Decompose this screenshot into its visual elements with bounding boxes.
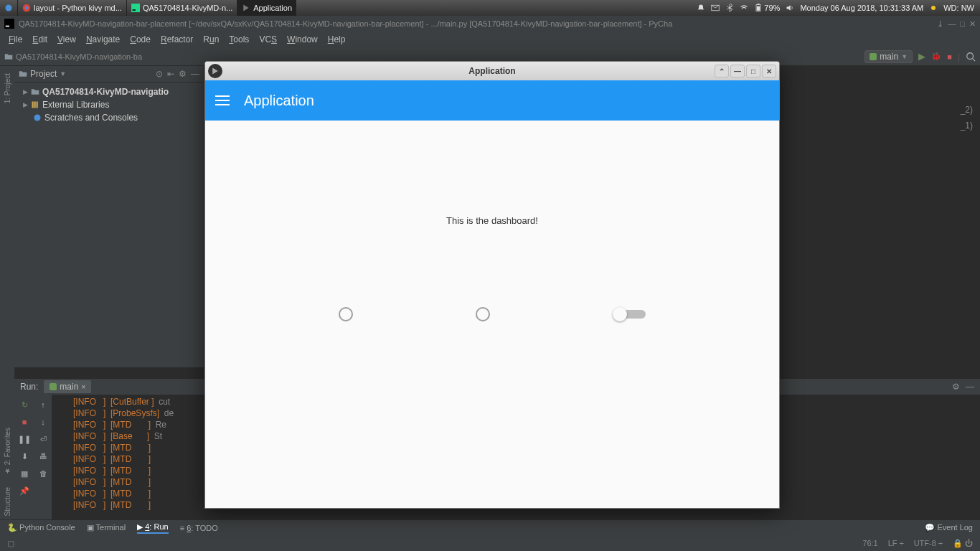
tool-python-console[interactable]: 🐍 Python Console <box>7 523 75 532</box>
kivy-minimize-icon[interactable]: — <box>730 65 745 77</box>
chevron-down-icon: ▼ <box>901 53 908 60</box>
scroll-to-source-icon[interactable]: ⊙ <box>156 69 163 79</box>
svg-point-0 <box>6 5 12 11</box>
kivy-toolbar: Application <box>205 80 779 121</box>
menu-tools[interactable]: Tools <box>225 33 253 46</box>
up-button[interactable]: ↑ <box>37 399 49 410</box>
status-caret-pos[interactable]: 76:1 <box>862 539 877 548</box>
hide-icon[interactable]: — <box>966 382 974 392</box>
status-line-ending[interactable]: LF ÷ <box>888 539 904 548</box>
layout-button[interactable]: ▦ <box>19 468 30 479</box>
run-tab-main[interactable]: main × <box>44 380 91 393</box>
tool-event-log[interactable]: 💬 Event Log <box>925 523 973 532</box>
bluetooth-icon[interactable] <box>725 4 734 12</box>
run-config-selector[interactable]: main ▼ <box>864 50 913 63</box>
radio-button-1[interactable] <box>339 307 353 321</box>
python-icon <box>50 383 57 390</box>
svg-rect-7 <box>757 6 760 11</box>
gear-icon[interactable]: ⚙ <box>952 382 960 392</box>
project-tool-window: Project ▼ ⊙ ⇤ ⚙ — ▶ QA51704814-KivyMD-na… <box>14 66 204 367</box>
svg-rect-8 <box>758 4 760 5</box>
print-button[interactable]: 🖶 <box>37 451 49 462</box>
chevron-down-icon[interactable]: ▼ <box>60 70 66 77</box>
menu-window[interactable]: Window <box>283 33 322 46</box>
breadcrumb[interactable]: QA51704814-KivyMD-navigation-ba <box>4 52 142 61</box>
menu-refactor[interactable]: Refactor <box>156 33 197 46</box>
down-button[interactable]: ⬇ <box>19 451 30 462</box>
tree-scratches[interactable]: Scratches and Consoles <box>16 111 202 124</box>
panel-launcher[interactable] <box>0 0 17 16</box>
trash-button[interactable]: 🗑 <box>37 468 49 479</box>
close-icon[interactable]: × <box>81 383 85 391</box>
menu-run[interactable]: Run <box>199 33 223 46</box>
tab-project[interactable]: 1: Project <box>2 72 13 105</box>
wrap-button[interactable]: ⏎ <box>37 433 49 445</box>
status-encoding[interactable]: UTF-8 ÷ <box>914 539 943 548</box>
kivy-toolbar-title: Application <box>244 93 314 109</box>
menu-vcs[interactable]: VCS <box>255 33 281 46</box>
menu-edit[interactable]: Edit <box>28 33 52 46</box>
project-icon <box>19 70 27 78</box>
ide-keep-on-top-icon[interactable]: ⤓ <box>937 19 943 29</box>
ide-minimize-icon[interactable]: — <box>948 19 956 29</box>
kivy-titlebar[interactable]: Application ⌃ — □ ✕ <box>205 62 779 80</box>
pin-button[interactable]: 📌 <box>19 485 30 496</box>
volume-icon[interactable] <box>786 4 794 12</box>
run-button[interactable]: ▶ <box>918 51 925 62</box>
menu-code[interactable]: Code <box>126 33 155 46</box>
ide-title: QA51704814-KivyMD-navigation-bar-placeme… <box>19 19 672 28</box>
folder-icon <box>31 88 39 96</box>
tree-root[interactable]: ▶ QA51704814-KivyMD-navigatio <box>16 85 202 98</box>
dashboard-label: This is the dashboard! <box>205 215 779 226</box>
status-context[interactable]: 🔒 ⏻ <box>953 539 973 548</box>
debug-button[interactable]: 🐞 <box>931 52 941 61</box>
status-toggle-icon[interactable]: ▢ <box>7 539 14 548</box>
search-icon[interactable] <box>966 52 976 62</box>
project-tree: ▶ QA51704814-KivyMD-navigatio ▶ External… <box>14 83 204 127</box>
ide-close-icon[interactable]: ✕ <box>969 19 976 29</box>
menu-navigate[interactable]: Navigate <box>82 33 124 46</box>
hide-icon[interactable]: — <box>191 69 199 79</box>
switch-thumb <box>613 307 627 321</box>
clock[interactable]: Monday 06 Aug 2018, 10:31:33 AM <box>800 4 923 12</box>
editor-visible-text: _2) _1) <box>961 102 973 133</box>
tab-favorites[interactable]: ★ 2: Favorites <box>2 426 13 476</box>
pause-button[interactable]: ❚❚ <box>19 433 30 445</box>
gear-icon[interactable]: ⚙ <box>179 69 187 79</box>
stop-button[interactable]: ■ <box>947 52 952 61</box>
tree-external-libs[interactable]: ▶ External Libraries <box>16 98 202 111</box>
taskbar-item-kivy[interactable]: Application <box>237 0 296 16</box>
kivy-maximize-icon[interactable]: □ <box>746 65 760 77</box>
ide-maximize-icon[interactable]: □ <box>960 19 965 29</box>
switch-toggle[interactable] <box>613 308 646 321</box>
tool-todo[interactable]: ≡ 6: TODO <box>180 524 218 532</box>
radio-button-2[interactable] <box>476 307 490 321</box>
system-tray: 79% Monday 06 Aug 2018, 10:31:33 AM WD: … <box>691 4 980 12</box>
battery-indicator[interactable]: 79% <box>754 4 780 12</box>
wifi-icon[interactable] <box>740 4 748 12</box>
menu-file[interactable]: File <box>4 33 27 46</box>
stop-button[interactable]: ■ <box>19 416 30 428</box>
tool-terminal[interactable]: ▣ Terminal <box>87 523 126 532</box>
chevron-right-icon: ▶ <box>23 88 28 95</box>
menu-help[interactable]: Help <box>324 33 350 46</box>
mail-icon[interactable] <box>711 4 720 12</box>
down-button[interactable]: ↓ <box>37 416 49 428</box>
taskbar-item-chrome[interactable]: layout - Python kivy md... <box>17 0 126 16</box>
svg-rect-11 <box>6 26 9 27</box>
taskbar-item-pycharm[interactable]: QA51704814-KivyMD-n... <box>126 0 237 16</box>
rerun-button[interactable]: ↻ <box>19 399 30 410</box>
desktop-panel: layout - Python kivy md... QA51704814-Ki… <box>0 0 980 16</box>
hamburger-icon[interactable] <box>215 95 230 105</box>
svg-rect-13 <box>32 102 34 108</box>
scratch-icon <box>33 113 42 122</box>
menu-view[interactable]: View <box>53 33 80 46</box>
kivy-close-icon[interactable]: ✕ <box>762 65 776 77</box>
collapse-icon[interactable]: ⇤ <box>167 69 174 79</box>
weather-icon[interactable] <box>929 4 938 12</box>
run-side-buttons-2: ↑ ↓ ⏎ 🖶 🗑 <box>34 395 52 534</box>
kivy-rollup-icon[interactable]: ⌃ <box>715 65 729 77</box>
svg-point-12 <box>967 52 974 59</box>
tool-run[interactable]: ▶ 4: Run <box>137 522 168 534</box>
bell-icon[interactable] <box>697 4 705 12</box>
